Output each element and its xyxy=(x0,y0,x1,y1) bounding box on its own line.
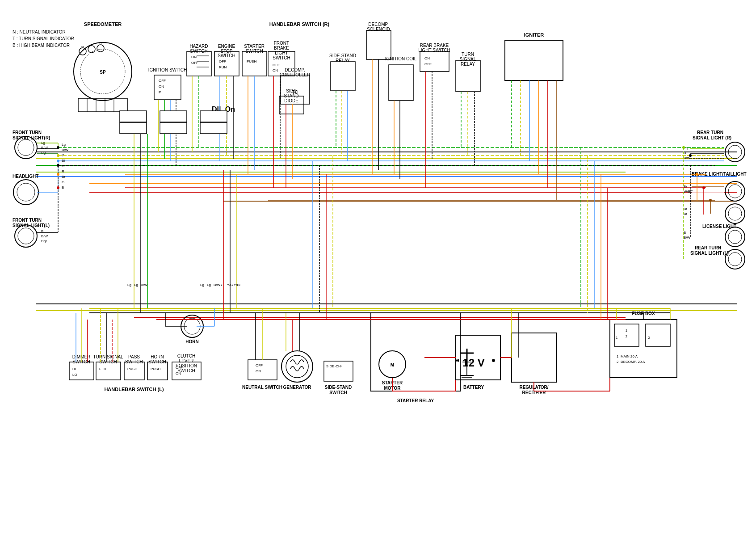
svg-text:T: T xyxy=(91,43,93,47)
svg-point-257 xyxy=(682,146,685,149)
svg-text:Lg: Lg xyxy=(200,283,204,287)
svg-point-255 xyxy=(57,173,59,176)
svg-text:1: 1 xyxy=(626,328,628,333)
svg-text:L: L xyxy=(99,367,101,371)
front-brake-switch-label: FRONT xyxy=(274,41,289,46)
svg-text:CONTROLLER: CONTROLLER xyxy=(280,72,310,77)
svg-text:LIGHT SWITCH: LIGHT SWITCH xyxy=(418,48,450,53)
svg-text:Y/Bl: Y/Bl xyxy=(234,283,240,287)
svg-text:O: O xyxy=(62,164,64,168)
svg-text:1: 1 xyxy=(616,336,618,340)
neutral-switch-label: NEUTRAL SWITCH xyxy=(242,385,282,390)
legend-b: B : HIGH BEAM INDICATOR xyxy=(13,43,70,48)
svg-text:Br: Br xyxy=(62,175,65,179)
svg-text:⊕: ⊕ xyxy=(491,358,495,363)
svg-text:G: G xyxy=(62,180,64,184)
clutch-lever-label: CLUTCH xyxy=(177,354,196,358)
svg-text:SWITCH: SWITCH xyxy=(190,49,207,54)
svg-text:B/W: B/W xyxy=(684,236,691,240)
svg-text:SOLENOID: SOLENOID xyxy=(367,27,390,32)
svg-text:OFF: OFF xyxy=(176,366,183,370)
svg-text:DIODE: DIODE xyxy=(284,98,298,103)
svg-text:SIDE-CH◦: SIDE-CH◦ xyxy=(326,364,342,368)
svg-text:ON: ON xyxy=(424,56,430,60)
svg-text:2: 2 xyxy=(626,334,628,338)
svg-text:HI: HI xyxy=(72,367,76,371)
svg-text:Dgr: Dgr xyxy=(41,239,47,243)
svg-text:Br: Br xyxy=(684,207,687,211)
svg-text:Lg: Lg xyxy=(134,283,138,287)
svg-text:Y/G: Y/G xyxy=(227,283,233,287)
battery-label: BATTERY xyxy=(463,385,484,390)
svg-text:Lg: Lg xyxy=(207,283,211,287)
svg-text:RELAY: RELAY xyxy=(336,58,350,63)
generator-label: GENERATOR xyxy=(283,385,312,390)
svg-text:Y: Y xyxy=(62,153,64,157)
rear-turn-l-label: REAR TURN xyxy=(695,245,721,250)
front-turn-l-label: FRONT TURN xyxy=(13,218,42,223)
handlebar-switch-r-title: HANDLEBAR SWITCH (R) xyxy=(269,21,330,27)
svg-text:Lg: Lg xyxy=(127,283,131,287)
svg-text:SIGNAL LIGHT(L): SIGNAL LIGHT(L) xyxy=(13,223,50,228)
svg-text:RELAY: RELAY xyxy=(461,62,475,67)
side-stand-relay-label: SIDE-STAND xyxy=(329,53,356,58)
svg-text:SWITCH: SWITCH xyxy=(99,359,117,364)
svg-point-259 xyxy=(696,173,698,176)
side-stand-diode-label: SIDE xyxy=(286,88,297,93)
svg-text:B: B xyxy=(99,42,101,46)
svg-text:SIGNAL: SIGNAL xyxy=(460,57,476,62)
svg-text:SIGNAL LIGHT (L): SIGNAL LIGHT (L) xyxy=(690,251,729,256)
svg-text:SWITCH: SWITCH xyxy=(329,390,347,395)
svg-text:ON: ON xyxy=(191,55,197,59)
svg-text:ON: ON xyxy=(256,369,261,373)
handlebar-switch-l-title: HANDLEBAR SWITCH (L) xyxy=(104,387,164,392)
svg-text:ON: ON xyxy=(159,84,164,88)
fuse2-label: 2: DECOMP. 20 A xyxy=(617,360,645,364)
svg-text:ON: ON xyxy=(176,371,181,375)
svg-text:N: N xyxy=(81,45,84,49)
svg-text:SWITCH: SWITCH xyxy=(245,49,263,54)
svg-text:2: 2 xyxy=(648,336,650,340)
svg-text:SWITCH: SWITCH xyxy=(148,359,166,364)
starter-switch-label: STARTER xyxy=(244,44,265,49)
rear-turn-r-label: REAR TURN xyxy=(697,130,723,135)
svg-text:OFF: OFF xyxy=(273,63,280,67)
turn-signal-switch-label: TURN SIGNAL xyxy=(93,354,123,359)
svg-text:B/W: B/W xyxy=(41,234,48,238)
svg-point-252 xyxy=(57,154,59,157)
legend-t: T : TURN SIGNAL INDICATOR xyxy=(13,36,74,41)
svg-text:OFF: OFF xyxy=(219,59,226,63)
svg-text:OFF: OFF xyxy=(256,363,263,367)
svg-text:ON: ON xyxy=(273,68,278,72)
ignition-coil-label: IGNITION COIL xyxy=(385,56,417,61)
svg-text:⊖: ⊖ xyxy=(456,358,459,363)
rear-brake-switch-label: REAR BRAKE xyxy=(420,43,449,48)
svg-point-254 xyxy=(57,164,59,167)
side-stand-switch-label: SIDE-STAND xyxy=(325,385,352,390)
svg-text:SWITCH: SWITCH xyxy=(125,359,143,364)
svg-point-261 xyxy=(709,199,712,202)
svg-text:PUSH: PUSH xyxy=(151,367,160,371)
wiring-diagram-container: SP N T B SPEEDOMETER N : NEUTRAL INDICAT… xyxy=(0,0,756,539)
legend-n: N : NEUTRAL INDICATOR xyxy=(13,29,66,34)
svg-text:STAND: STAND xyxy=(284,93,298,98)
speedometer-label: SP xyxy=(100,70,106,75)
horn-label: HORN xyxy=(185,339,198,344)
svg-text:Br: Br xyxy=(684,212,687,216)
svg-point-258 xyxy=(689,154,692,157)
svg-text:P: P xyxy=(159,90,161,94)
decomp-solenoid-label: DECOMP. xyxy=(368,22,388,27)
svg-text:BRAKE: BRAKE xyxy=(274,46,289,51)
svg-text:LIGHT: LIGHT xyxy=(275,51,288,55)
engine-stop-switch-label: ENGINE xyxy=(218,44,235,49)
svg-text:W/BC: W/BC xyxy=(684,189,693,194)
svg-text:Y: Y xyxy=(220,283,223,287)
svg-text:Bl: Bl xyxy=(62,159,65,163)
svg-text:PUSH: PUSH xyxy=(247,59,256,63)
svg-text:OFF: OFF xyxy=(424,62,432,66)
horn-switch-label: HORN xyxy=(151,354,164,359)
fuse1-label: 1: MAIN 20 A xyxy=(617,354,638,358)
svg-text:B: B xyxy=(684,151,686,155)
hazard-switch-label: HAZARD xyxy=(189,44,208,49)
turn-signal-relay-label: TURN xyxy=(462,52,474,57)
